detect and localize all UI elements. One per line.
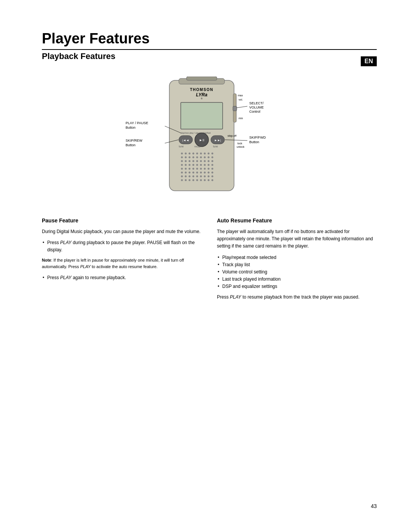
svg-point-47 bbox=[200, 160, 202, 162]
svg-point-44 bbox=[189, 160, 191, 162]
svg-text:max: max bbox=[238, 94, 243, 97]
svg-point-27 bbox=[193, 153, 194, 155]
svg-point-63 bbox=[193, 168, 194, 170]
svg-point-50 bbox=[212, 160, 213, 162]
svg-point-82 bbox=[196, 176, 198, 177]
auto-resume-heading: Auto Resume Feature bbox=[217, 217, 377, 224]
pause-bullet2: Press PLAY again to resume playback. bbox=[42, 274, 202, 281]
svg-point-75 bbox=[204, 172, 206, 174]
svg-point-26 bbox=[189, 153, 191, 155]
svg-point-94 bbox=[208, 179, 210, 181]
pause-feature-para1: During Digital Music playback, you can p… bbox=[42, 228, 202, 235]
svg-text:®: ® bbox=[201, 97, 203, 100]
svg-point-76 bbox=[208, 172, 210, 174]
svg-point-80 bbox=[189, 176, 191, 177]
device-svg: THOMSON LYRa ® max vol. min |◄◄ ►II bbox=[103, 77, 316, 202]
page: Player Features EN Playback Features THO… bbox=[0, 0, 411, 532]
svg-point-38 bbox=[200, 157, 202, 158]
svg-rect-6 bbox=[181, 102, 223, 129]
svg-point-79 bbox=[185, 176, 187, 177]
svg-point-64 bbox=[196, 168, 198, 170]
svg-point-45 bbox=[193, 160, 194, 162]
section-title: Playback Features bbox=[42, 51, 377, 61]
svg-point-66 bbox=[204, 168, 206, 170]
svg-point-67 bbox=[208, 168, 210, 170]
svg-point-32 bbox=[212, 153, 213, 155]
svg-point-33 bbox=[181, 157, 183, 158]
svg-point-78 bbox=[181, 176, 183, 177]
svg-point-73 bbox=[196, 172, 198, 174]
svg-point-62 bbox=[189, 168, 191, 170]
svg-point-59 bbox=[212, 164, 213, 166]
svg-point-72 bbox=[193, 172, 194, 174]
svg-point-35 bbox=[189, 157, 191, 158]
svg-point-91 bbox=[196, 179, 198, 181]
list-item: Track play list bbox=[217, 261, 377, 268]
svg-text:►►|: ►►| bbox=[214, 139, 221, 142]
svg-text:THOMSON: THOMSON bbox=[190, 88, 213, 92]
title-divider bbox=[42, 49, 377, 50]
svg-point-39 bbox=[204, 157, 206, 158]
svg-text:VOLUME: VOLUME bbox=[249, 105, 264, 109]
svg-text:min: min bbox=[239, 117, 243, 120]
pause-feature-heading: Pause Feature bbox=[42, 217, 202, 224]
list-item: Last track played information bbox=[217, 276, 377, 283]
list-item: DSP and equalizer settings bbox=[217, 283, 377, 290]
auto-resume-para2: Press PLAY to resume playback from the t… bbox=[217, 294, 377, 301]
svg-point-42 bbox=[181, 160, 183, 162]
svg-text:tune: tune bbox=[213, 145, 218, 148]
svg-point-43 bbox=[185, 160, 187, 162]
svg-text:Control: Control bbox=[249, 110, 260, 113]
svg-point-93 bbox=[204, 179, 206, 181]
svg-text:unlock: unlock bbox=[237, 145, 245, 148]
svg-point-89 bbox=[189, 179, 191, 181]
svg-point-48 bbox=[204, 160, 206, 162]
svg-text:recall: recall bbox=[194, 145, 201, 148]
list-item: Volume control setting bbox=[217, 268, 377, 276]
svg-point-70 bbox=[185, 172, 187, 174]
svg-point-95 bbox=[212, 179, 213, 181]
svg-point-58 bbox=[208, 164, 210, 166]
svg-text:skip/rew  play / pause  skip/f: skip/rew play / pause skip/fwd bbox=[180, 132, 210, 134]
features-section: Pause Feature During Digital Music playb… bbox=[42, 217, 377, 305]
svg-point-85 bbox=[208, 176, 210, 177]
page-title: Player Features bbox=[42, 30, 377, 47]
svg-point-77 bbox=[212, 172, 213, 174]
svg-text:SELECT/: SELECT/ bbox=[249, 101, 264, 105]
svg-point-86 bbox=[212, 176, 213, 177]
language-badge: EN bbox=[361, 56, 377, 66]
svg-point-83 bbox=[200, 176, 202, 177]
svg-text:vol.: vol. bbox=[239, 98, 243, 101]
svg-text:lock: lock bbox=[237, 142, 242, 145]
svg-text:stop-off: stop-off bbox=[228, 134, 236, 137]
svg-point-53 bbox=[189, 164, 191, 166]
svg-point-92 bbox=[200, 179, 202, 181]
list-item: Play/repeat mode selected bbox=[217, 254, 377, 261]
svg-text:►II: ►II bbox=[199, 138, 204, 142]
svg-text:Button: Button bbox=[126, 143, 135, 147]
svg-point-49 bbox=[208, 160, 210, 162]
svg-point-30 bbox=[204, 153, 206, 155]
svg-point-90 bbox=[193, 179, 194, 181]
auto-resume-feature-col: Auto Resume Feature The player will auto… bbox=[217, 217, 377, 305]
svg-point-74 bbox=[200, 172, 202, 174]
svg-text:LYRa: LYRa bbox=[196, 92, 207, 97]
svg-point-55 bbox=[196, 164, 198, 166]
device-diagram: THOMSON LYRa ® max vol. min |◄◄ ►II bbox=[42, 73, 377, 202]
auto-resume-para1: The player will automatically turn off i… bbox=[217, 228, 377, 250]
svg-text:SKIP/FWD: SKIP/FWD bbox=[249, 136, 266, 139]
svg-rect-2 bbox=[186, 77, 217, 80]
svg-text:|◄◄: |◄◄ bbox=[182, 139, 189, 142]
svg-text:Button: Button bbox=[126, 126, 135, 129]
svg-point-84 bbox=[204, 176, 206, 177]
svg-point-34 bbox=[185, 157, 187, 158]
svg-point-57 bbox=[204, 164, 206, 166]
auto-resume-list: Play/repeat mode selected Track play lis… bbox=[217, 254, 377, 291]
pause-feature-col: Pause Feature During Digital Music playb… bbox=[42, 217, 202, 305]
svg-point-56 bbox=[200, 164, 202, 166]
svg-point-28 bbox=[196, 153, 198, 155]
svg-point-61 bbox=[185, 168, 187, 170]
svg-point-87 bbox=[181, 179, 183, 181]
device-wrapper: THOMSON LYRa ® max vol. min |◄◄ ►II bbox=[103, 77, 316, 198]
svg-point-54 bbox=[193, 164, 194, 166]
